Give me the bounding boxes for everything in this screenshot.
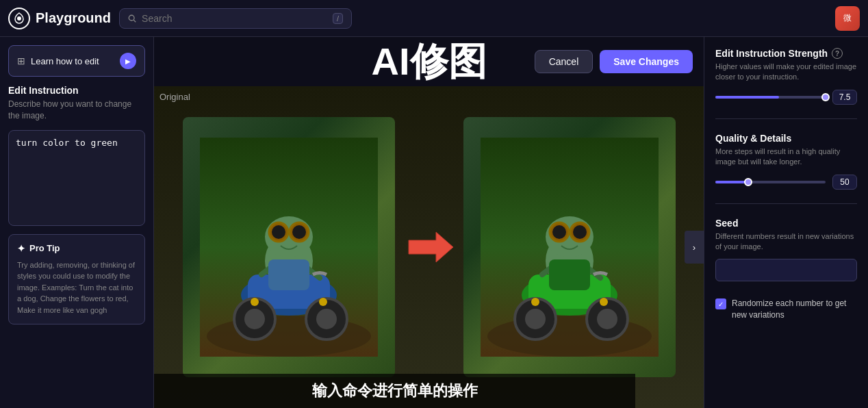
edit-instruction-section: Edit Instruction Describe how you want t… — [8, 85, 145, 122]
svg-line-2 — [133, 20, 136, 22]
edited-image — [463, 117, 676, 377]
pro-tip-header: ✦ Pro Tip — [17, 243, 136, 254]
main-title: AI修图 — [372, 42, 487, 81]
strength-slider-track[interactable] — [715, 96, 826, 99]
quality-slider-track[interactable] — [715, 181, 826, 183]
search-slash: / — [333, 13, 343, 24]
quality-desc: More steps will result in a high quality… — [715, 146, 857, 168]
strength-value: 7.5 — [832, 90, 857, 105]
strength-slider-row: 7.5 — [715, 90, 857, 105]
learn-btn-label: Learn how to edit — [31, 56, 114, 66]
main-layout: ⊞ Learn how to edit ▶ Edit Instruction D… — [0, 37, 868, 408]
bottom-text-overlay: 输入命令进行简单的操作 — [154, 374, 635, 408]
pro-tip-text: Try adding, removing, or thinking of sty… — [17, 259, 136, 316]
quality-title: Quality & Details — [715, 133, 857, 144]
green-frog-svg — [481, 138, 659, 357]
center-header: AI修图 Cancel Save Changes — [154, 37, 704, 86]
search-icon — [128, 14, 136, 23]
svg-point-38 — [552, 225, 566, 239]
seed-input[interactable] — [715, 259, 857, 281]
scroll-right-button[interactable]: › — [685, 231, 704, 264]
quality-slider-thumb[interactable] — [744, 178, 752, 186]
blue-frog-svg — [200, 138, 378, 357]
header-buttons: Cancel Save Changes — [535, 50, 693, 73]
seed-desc: Different numbers result in new variatio… — [715, 231, 857, 253]
quality-slider-fill — [715, 181, 748, 183]
randomize-checkbox[interactable]: ✓ — [715, 298, 726, 309]
logo-area: Playground — [8, 8, 111, 29]
logo-icon — [8, 8, 30, 29]
divider-1 — [715, 118, 857, 119]
image-composite: 输入命令进行简单的操作 — [154, 86, 704, 408]
svg-point-24 — [319, 298, 327, 306]
quality-slider-row: 50 — [715, 175, 857, 190]
instruction-textarea[interactable]: turn color to green — [8, 130, 145, 226]
svg-point-23 — [251, 298, 259, 306]
avatar[interactable]: 微 — [835, 6, 860, 31]
seed-title: Seed — [715, 218, 857, 229]
svg-point-15 — [272, 225, 285, 239]
original-label: Original — [159, 92, 190, 102]
svg-marker-25 — [409, 232, 453, 262]
strength-help-icon[interactable]: ? — [832, 48, 843, 59]
learn-how-to-edit-button[interactable]: ⊞ Learn how to edit ▶ — [8, 45, 145, 77]
divider-2 — [715, 203, 857, 204]
save-changes-button[interactable]: Save Changes — [600, 50, 693, 73]
app-title: Playground — [36, 10, 111, 26]
search-bar[interactable]: / — [119, 8, 352, 29]
svg-point-1 — [129, 15, 134, 21]
svg-point-46 — [531, 298, 539, 306]
quality-value: 50 — [832, 175, 857, 190]
svg-rect-45 — [549, 259, 590, 290]
topbar: Playground / 微 — [0, 0, 868, 37]
play-icon: ▶ — [120, 53, 136, 69]
star-icon: ✦ — [17, 243, 25, 254]
book-icon: ⊞ — [17, 55, 25, 66]
strength-title: Edit Instruction Strength ? — [715, 48, 857, 59]
arrow-area — [395, 227, 463, 268]
edit-instruction-desc: Describe how you want to change the imag… — [8, 99, 145, 122]
edit-instruction-title: Edit Instruction — [8, 85, 145, 96]
original-image — [183, 117, 395, 377]
svg-point-33 — [525, 309, 546, 329]
strength-slider-fill — [715, 96, 779, 99]
svg-point-47 — [600, 298, 608, 306]
quality-section: Quality & Details More steps will result… — [715, 133, 857, 190]
cancel-button[interactable]: Cancel — [535, 50, 593, 73]
center-content: AI修图 Cancel Save Changes Original › — [154, 37, 704, 408]
svg-rect-22 — [268, 259, 309, 290]
search-input[interactable] — [142, 13, 327, 24]
strength-desc: Higher values will make your edited imag… — [715, 62, 857, 83]
strength-slider-thumb[interactable] — [821, 93, 830, 101]
randomize-row: ✓ Randomize each number to get new varia… — [715, 298, 857, 321]
svg-point-31 — [597, 309, 617, 329]
right-panel: Edit Instruction Strength ? Higher value… — [704, 37, 868, 408]
arrow-svg — [402, 227, 457, 268]
randomize-label: Randomize each number to get new variati… — [732, 298, 857, 321]
svg-point-16 — [292, 225, 306, 239]
sidebar: ⊞ Learn how to edit ▶ Edit Instruction D… — [0, 37, 154, 408]
image-area: Original › — [154, 86, 704, 408]
svg-point-8 — [316, 309, 337, 329]
bottom-overlay-text: 输入命令进行简单的操作 — [312, 382, 478, 399]
seed-section: Seed Different numbers result in new var… — [715, 218, 857, 282]
pro-tip-box: ✦ Pro Tip Try adding, removing, or think… — [8, 234, 145, 325]
strength-section: Edit Instruction Strength ? Higher value… — [715, 48, 857, 105]
svg-point-0 — [17, 16, 21, 21]
pro-tip-label: Pro Tip — [29, 243, 60, 253]
chevron-right-icon: › — [693, 242, 695, 253]
svg-point-39 — [573, 225, 587, 239]
svg-point-10 — [244, 309, 265, 329]
